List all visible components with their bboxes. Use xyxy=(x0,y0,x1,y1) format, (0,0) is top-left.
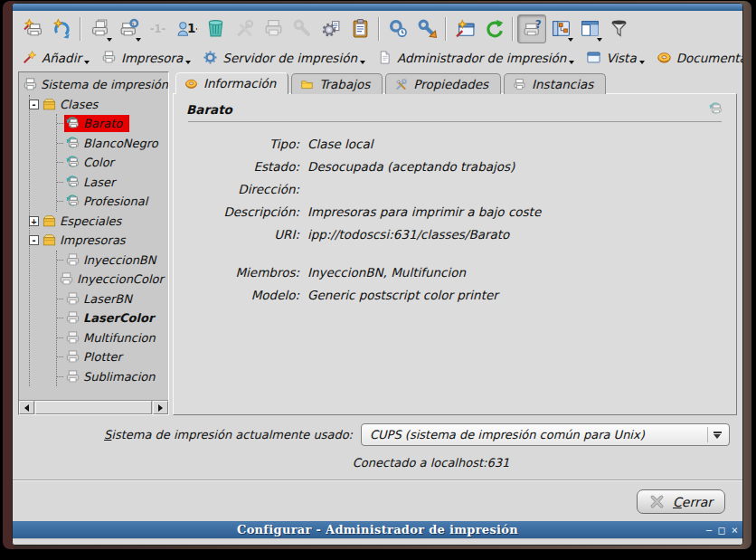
detail-tabs: Información Trabajos Propiedades Instanc… xyxy=(173,71,737,94)
expand-icon[interactable]: + xyxy=(29,216,39,226)
gears-clock-icon xyxy=(388,18,409,39)
add-special-class-button[interactable] xyxy=(47,14,76,43)
maximize-button[interactable]: □ xyxy=(719,525,725,536)
svg-text:-1-: -1- xyxy=(149,23,165,35)
tree-item-plotter[interactable]: Plotter xyxy=(57,347,166,367)
field-value-miembros: InyeccionBN, Multifuncion xyxy=(307,265,723,280)
print-system-select[interactable]: CUPS (sistema de impresión común para Un… xyxy=(361,423,730,446)
server-configure-button[interactable] xyxy=(383,14,412,43)
add-printer-wizard-button[interactable] xyxy=(18,14,47,43)
menu-label: Impresora xyxy=(121,51,183,65)
column-view-button[interactable] xyxy=(575,14,604,43)
connection-status: Conectado a localhost:631 xyxy=(18,456,737,470)
tab-informacion[interactable]: Información xyxy=(175,72,288,94)
user-quota-icon: 1- xyxy=(176,18,197,39)
tree-horizontal-scrollbar[interactable] xyxy=(19,400,168,414)
tree-item-inyeccioncolor[interactable]: InyeccionColor xyxy=(57,270,166,289)
tree-group-clases[interactable]: -Clases xyxy=(30,95,166,115)
menu-label: Administrador de impresión xyxy=(397,51,566,65)
menu-vista[interactable]: Vista xyxy=(582,48,650,67)
menu-toolbar: Añadir Impresora Servidor de impresión A… xyxy=(18,45,737,70)
class-state-icon xyxy=(708,101,723,117)
printer-icon xyxy=(65,291,80,307)
printer-pages-icon xyxy=(90,18,110,39)
configure-printer-button[interactable] xyxy=(114,14,143,43)
toolbar-separator xyxy=(445,17,447,41)
tab-instancias[interactable]: Instancias xyxy=(504,73,606,94)
copy-printer-button[interactable] xyxy=(85,14,114,43)
printer-tools-button xyxy=(230,14,259,43)
dropdown-arrow-icon xyxy=(597,38,602,42)
menu-documentacion[interactable]: Documentación xyxy=(653,48,743,67)
gear-documents-icon xyxy=(321,18,342,39)
remove-printer-button[interactable] xyxy=(201,14,230,43)
svg-text:1-: 1- xyxy=(187,21,197,35)
scroll-right-button[interactable] xyxy=(153,401,168,414)
printer-icon xyxy=(65,330,80,346)
tab-trabajos[interactable]: Trabajos xyxy=(291,73,383,94)
menu-label: Documentación xyxy=(676,51,743,65)
menu-administrador-de-impresion[interactable]: Administrador de impresión xyxy=(373,48,581,67)
close-button[interactable]: Cerrar xyxy=(637,489,725,514)
print-system-label: Sistema de impresión actualmente usado: xyxy=(104,428,353,441)
window-titlebar[interactable]: Configurar - Administrador de impresión … xyxy=(13,521,742,538)
minimize-button[interactable]: − xyxy=(705,525,712,536)
menu-impresora[interactable]: Impresora xyxy=(98,48,197,67)
dropdown-arrow-icon xyxy=(568,38,573,42)
tree-item-laser[interactable]: Laser xyxy=(57,173,166,193)
print-jobs-button[interactable] xyxy=(345,14,374,43)
wand-icon xyxy=(22,50,37,65)
field-value-modelo: Generic postscript color printer xyxy=(307,288,723,302)
tree-item-barato[interactable]: Barato xyxy=(57,114,166,134)
tree-group-impresoras[interactable]: -Impresoras xyxy=(30,231,166,251)
dropdown-arrow-icon xyxy=(569,61,574,64)
tree-item-blanconegro[interactable]: BlancoNegro xyxy=(57,134,166,154)
menu-servidor-de-impresion[interactable]: Servidor de impresión xyxy=(199,48,372,67)
tree-item-inyeccionbn[interactable]: InyeccionBN xyxy=(57,251,166,271)
printer-tree[interactable]: Sistema de impresión -Clases Barato Blan… xyxy=(19,72,168,400)
refresh-button[interactable] xyxy=(479,14,508,43)
printer-icon xyxy=(65,310,80,326)
collapse-icon[interactable]: - xyxy=(29,100,39,109)
columns-window-icon xyxy=(580,18,600,39)
printer-tree-panel: Sistema de impresión -Clases Barato Blan… xyxy=(18,71,169,415)
menu-anadir[interactable]: Añadir xyxy=(18,48,96,67)
filter-button[interactable] xyxy=(604,14,633,43)
combo-dropdown-button[interactable] xyxy=(707,427,726,442)
tree-item-lasercolor[interactable]: LaserColor xyxy=(57,308,166,328)
scroll-left-button[interactable] xyxy=(19,401,34,414)
printer-class-icon xyxy=(65,194,80,209)
tree-item-sublimacion[interactable]: Sublimacion xyxy=(57,367,166,387)
tree-group-especiales[interactable]: +Especiales xyxy=(30,212,166,232)
tree-item-color[interactable]: Color xyxy=(57,153,166,173)
tree-item-multifuncion[interactable]: Multifuncion xyxy=(57,328,166,348)
tree-root[interactable]: Sistema de impresión xyxy=(23,75,166,95)
printer-class-icon xyxy=(65,175,80,190)
collapse-icon[interactable]: - xyxy=(29,235,39,245)
server-tools-button[interactable] xyxy=(412,14,441,43)
field-label-uri: URI: xyxy=(186,227,299,242)
printer-details-toggle-button[interactable]: ? xyxy=(517,14,546,43)
scrollbar-thumb[interactable] xyxy=(35,401,152,414)
folder-icon xyxy=(300,78,314,91)
menu-label: Vista xyxy=(606,51,636,65)
tree-item-profesional[interactable]: Profesional xyxy=(57,192,166,212)
window-bottom-border xyxy=(13,538,742,545)
driver-settings-button[interactable] xyxy=(317,14,345,43)
wrench-icon xyxy=(292,18,313,39)
tree-item-laserbn[interactable]: LaserBN xyxy=(57,289,166,309)
footer-divider xyxy=(13,479,742,481)
orientation-wizard-button[interactable] xyxy=(450,14,479,43)
tree-view-button[interactable] xyxy=(546,14,575,43)
user-quota-button[interactable]: 1- xyxy=(172,14,201,43)
field-label-estado: Estado: xyxy=(186,159,299,174)
dropdown-arrow-icon xyxy=(84,61,90,64)
close-window-button[interactable]: × xyxy=(732,525,738,536)
tab-propiedades[interactable]: Propiedades xyxy=(385,73,501,94)
svg-text:?: ? xyxy=(534,18,541,31)
wrench-blue-icon xyxy=(417,18,438,39)
printer-icon xyxy=(65,369,80,384)
printer-icon xyxy=(101,50,117,65)
print-system-value: CUPS (sistema de impresión común para Un… xyxy=(370,428,645,441)
combo-arrow-bar xyxy=(713,432,722,433)
